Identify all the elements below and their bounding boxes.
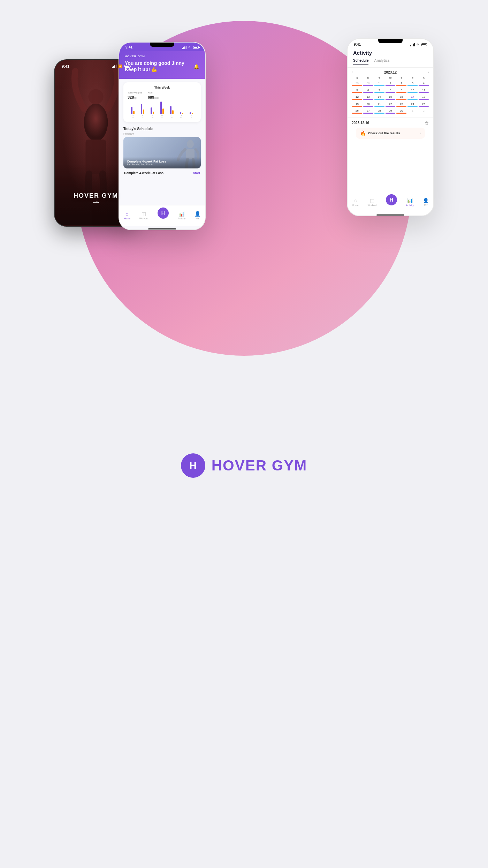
cal-next[interactable]: › xyxy=(428,70,429,74)
workout-card-overlay: Complete 4-week Fat Loss Bar, Bench | Au… xyxy=(123,157,201,168)
cal-3[interactable]: 3 xyxy=(407,81,418,87)
cal-22[interactable]: 22 xyxy=(385,101,396,108)
cal-14[interactable]: 14 xyxy=(374,94,385,101)
cal-29[interactable]: 29 xyxy=(352,81,363,87)
cal-26[interactable]: 26 xyxy=(352,108,363,115)
tab-analytics[interactable]: Analytics xyxy=(374,59,389,65)
cal-15[interactable]: 15 xyxy=(385,94,396,101)
cal-prev[interactable]: ‹ xyxy=(352,70,353,74)
cal-11[interactable]: 11 xyxy=(418,88,429,94)
date-detail: 2023.12.16 + 🗑 🔥 Check out the results › xyxy=(348,118,433,142)
cal-21[interactable]: 21 xyxy=(374,101,385,108)
cal-hdr-w: W xyxy=(385,76,396,80)
cal-5[interactable]: 5 xyxy=(352,88,363,94)
cal-9[interactable]: 9 xyxy=(396,88,407,94)
home-indicator xyxy=(148,228,176,229)
act-nav-home[interactable]: ⌂ Home xyxy=(352,198,359,206)
act-signal xyxy=(410,43,415,46)
results-card[interactable]: 🔥 Check out the results › xyxy=(356,128,425,139)
dark-status-icons: 📶 xyxy=(112,65,130,68)
workout-card[interactable]: Complete 4-week Fat Loss Bar, Bench | Au… xyxy=(123,137,201,168)
cal-30b[interactable]: 30 xyxy=(396,108,407,115)
svg-point-2 xyxy=(88,89,103,104)
act-home-label: Home xyxy=(352,204,359,206)
act-battery xyxy=(421,43,427,46)
cal-hdr-m: M xyxy=(363,76,374,80)
cal-2b[interactable]: 2 xyxy=(418,108,429,115)
svg-point-0 xyxy=(84,104,108,141)
cal-12[interactable]: 12 xyxy=(352,94,363,101)
home-battery xyxy=(193,46,199,49)
date-detail-date: 2023.12.16 xyxy=(352,121,369,125)
date-actions: + 🗑 xyxy=(420,121,429,126)
nav-activity[interactable]: 📊 Activity xyxy=(178,211,185,220)
nav-my[interactable]: 👤 MY xyxy=(195,211,200,220)
cal-2[interactable]: 2 xyxy=(396,81,407,87)
cal-19[interactable]: 19 xyxy=(352,101,363,108)
cal-month: 2023.12 xyxy=(384,70,397,74)
cal-4[interactable]: 4 xyxy=(418,81,429,87)
dark-status-bar: 9:41 📶 xyxy=(55,64,137,68)
cal-16-today[interactable]: 16 xyxy=(396,94,407,101)
nav-center-h[interactable]: H xyxy=(158,207,169,219)
home-signal xyxy=(182,46,186,49)
bell-icon[interactable]: 🔔 xyxy=(193,64,199,69)
activity-notch xyxy=(378,39,403,43)
cal-31[interactable]: 31 xyxy=(374,81,385,87)
act-my-icon: 👤 xyxy=(423,198,429,203)
week-stats: Total Weights 328kg Kcal 689kcal xyxy=(128,91,197,100)
kcal-stat: Kcal 689kcal xyxy=(148,91,159,100)
act-activity-icon: 📊 xyxy=(407,198,413,203)
nav-workout[interactable]: ◫ Workout xyxy=(139,211,148,220)
cal-24[interactable]: 24 xyxy=(407,101,418,108)
home-icon: ⌂ xyxy=(125,211,128,217)
cal-1b[interactable]: 1 xyxy=(407,108,418,115)
cal-10[interactable]: 10 xyxy=(407,88,418,94)
fire-icon: 🔥 xyxy=(360,130,366,136)
brand-name: HOVER GYM xyxy=(212,457,307,474)
cal-8[interactable]: 8 xyxy=(385,88,396,94)
today-schedule: Today's Schedule Program Complete 4-we xyxy=(119,126,205,175)
dark-brand-name: HOVER GYM xyxy=(74,192,118,199)
activity-tabs: Schedule Analytics xyxy=(353,59,428,65)
act-my-label: MY xyxy=(424,204,428,206)
add-btn[interactable]: + xyxy=(420,121,422,126)
workout-icon: ◫ xyxy=(142,211,146,217)
act-nav-center[interactable]: H xyxy=(386,194,397,205)
cal-27[interactable]: 27 xyxy=(363,108,374,115)
cal-30[interactable]: 30 xyxy=(363,81,374,87)
cal-23[interactable]: 23 xyxy=(396,101,407,108)
nav-home[interactable]: ⌂ Home xyxy=(124,211,130,220)
cal-25[interactable]: 25 xyxy=(418,101,429,108)
brand-section: H HOVER GYM xyxy=(181,453,307,478)
cal-1[interactable]: 1 xyxy=(385,81,396,87)
cal-17[interactable]: 17 xyxy=(407,94,418,101)
act-nav-workout[interactable]: ◫ Workout xyxy=(368,198,377,206)
week-chart-card: This Week Total Weights 328kg Kcal 689kc… xyxy=(123,82,201,122)
act-workout-label: Workout xyxy=(368,204,377,206)
cal-7[interactable]: 7 xyxy=(374,88,385,94)
act-nav-my[interactable]: 👤 MY xyxy=(423,198,429,206)
activity-title: Activity xyxy=(353,50,428,56)
my-icon: 👤 xyxy=(195,211,200,217)
home-label: Home xyxy=(124,217,130,220)
dark-time: 9:41 xyxy=(62,64,69,68)
delete-btn[interactable]: 🗑 xyxy=(425,121,429,126)
tab-schedule[interactable]: Schedule xyxy=(353,59,368,65)
cal-20[interactable]: 20 xyxy=(363,101,374,108)
cal-hdr-f: F xyxy=(407,76,418,80)
act-nav-activity[interactable]: 📊 Activity xyxy=(406,198,414,206)
cal-hdr-s: S xyxy=(352,76,363,80)
cal-29b[interactable]: 29 xyxy=(385,108,396,115)
act-home-icon: ⌂ xyxy=(354,198,357,203)
cal-6[interactable]: 6 xyxy=(363,88,374,94)
cal-28[interactable]: 28 xyxy=(374,108,385,115)
cal-grid: S M T W T F S 29 30 31 1 2 3 4 5 xyxy=(352,76,429,115)
results-text: Check out the results xyxy=(368,131,400,135)
phone-notch xyxy=(150,43,174,47)
workout-start-btn[interactable]: Start xyxy=(193,171,200,175)
cal-18[interactable]: 18 xyxy=(418,94,429,101)
activity-label: Activity xyxy=(178,217,185,220)
cal-13[interactable]: 13 xyxy=(363,94,374,101)
activity-time: 9:41 xyxy=(354,43,361,46)
